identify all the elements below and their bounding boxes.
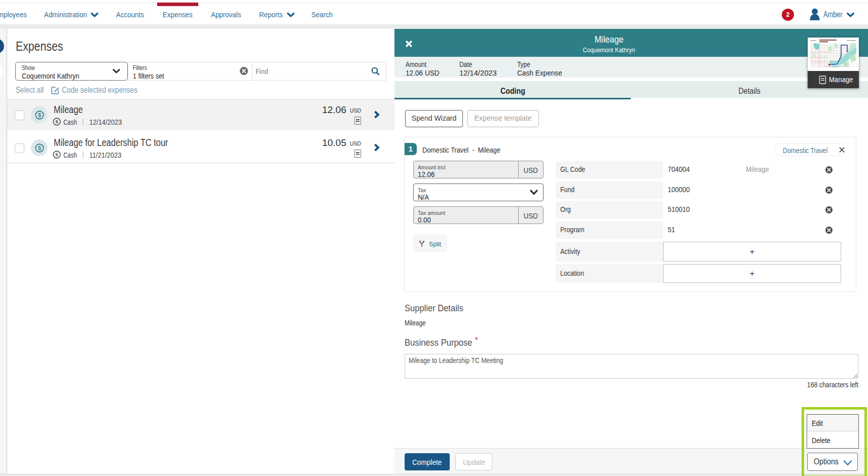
svg-text:$: $ xyxy=(38,112,41,118)
svg-text:$: $ xyxy=(38,145,41,151)
svg-text:$: $ xyxy=(55,152,58,157)
svg-text:$: $ xyxy=(55,119,58,124)
